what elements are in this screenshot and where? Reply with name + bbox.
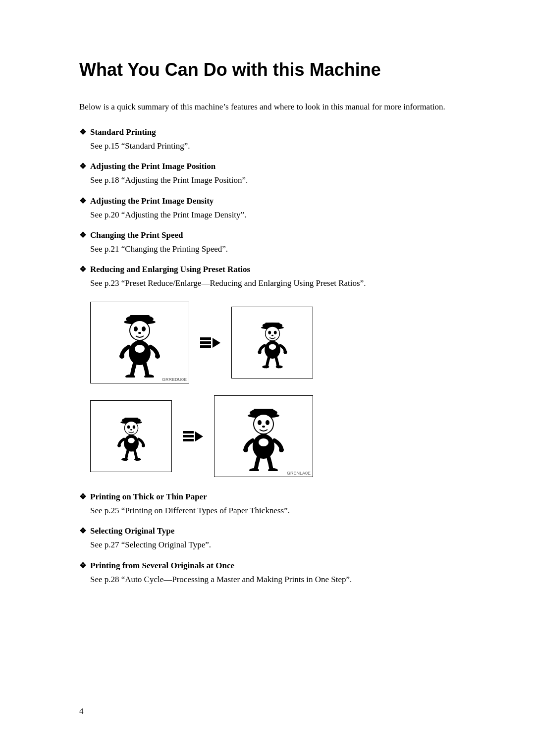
svg-point-22 bbox=[265, 341, 280, 359]
svg-point-53 bbox=[279, 447, 284, 452]
diamond-icon: ❖ bbox=[79, 265, 86, 274]
heading-text: Changing the Print Speed bbox=[90, 230, 183, 240]
character-large-svg bbox=[115, 308, 164, 378]
section-body-selecting-original: See p.27 “Selecting Original Type”. bbox=[90, 538, 456, 551]
enlarge-arrow bbox=[183, 431, 203, 441]
svg-point-52 bbox=[243, 447, 248, 452]
svg-point-51 bbox=[259, 438, 268, 446]
heading-text: Adjusting the Print Image Position bbox=[90, 162, 215, 171]
figure-label-top: GRREDU0E bbox=[162, 377, 187, 382]
svg-point-38 bbox=[117, 444, 121, 447]
section-adjust-image-density: ❖ Adjusting the Print Image Density See … bbox=[79, 196, 456, 221]
section-body-several-originals: See p.28 “Auto Cycle—Processing a Master… bbox=[90, 573, 456, 586]
figure-large-character-2: GRENLA0E bbox=[214, 395, 313, 477]
svg-point-26 bbox=[262, 366, 269, 369]
diamond-icon: ❖ bbox=[79, 196, 86, 206]
intro-paragraph: Below is a quick summary of this machine… bbox=[79, 100, 456, 113]
section-reducing-enlarging: ❖ Reducing and Enlarging Using Preset Ra… bbox=[79, 265, 456, 290]
section-heading-changing-print-speed: ❖ Changing the Print Speed bbox=[79, 230, 456, 240]
svg-point-18 bbox=[268, 331, 271, 334]
svg-point-23 bbox=[268, 344, 275, 350]
svg-point-9 bbox=[135, 345, 145, 353]
svg-point-11 bbox=[155, 354, 160, 359]
bar-lines-2 bbox=[183, 431, 194, 441]
heading-text: Selecting Original Type bbox=[90, 526, 174, 536]
svg-point-47 bbox=[266, 420, 269, 425]
svg-point-25 bbox=[283, 350, 287, 354]
figure-row-bottom: GRENLA0E bbox=[90, 395, 456, 477]
svg-point-34 bbox=[130, 429, 132, 431]
figure-small-character bbox=[231, 307, 313, 378]
figure-large-character: GRREDU0E bbox=[90, 302, 189, 383]
section-heading-thick-thin-paper: ❖ Printing on Thick or Thin Paper bbox=[79, 492, 456, 502]
page-number: 4 bbox=[79, 706, 84, 716]
svg-point-5 bbox=[142, 326, 146, 331]
svg-point-24 bbox=[258, 350, 261, 354]
arrow-head-icon-2 bbox=[195, 432, 203, 441]
svg-point-32 bbox=[127, 425, 129, 429]
svg-point-48 bbox=[262, 426, 265, 428]
svg-point-4 bbox=[134, 326, 138, 331]
svg-point-41 bbox=[134, 458, 141, 460]
section-body-changing-print-speed: See p.21 “Changing the Printing Speed”. bbox=[90, 242, 456, 256]
figure-row-top: GRREDU0E bbox=[90, 302, 456, 383]
diamond-icon: ❖ bbox=[79, 561, 86, 570]
diamond-icon: ❖ bbox=[79, 162, 86, 171]
section-thick-thin-paper: ❖ Printing on Thick or Thin Paper See p.… bbox=[79, 492, 456, 517]
character-small-svg bbox=[255, 317, 290, 369]
figure-label-bottom: GRENLA0E bbox=[287, 471, 311, 476]
svg-point-20 bbox=[271, 335, 273, 336]
svg-point-39 bbox=[142, 444, 145, 447]
section-body-adjust-image-position: See p.18 “Adjusting the Print Image Posi… bbox=[90, 173, 456, 187]
svg-point-33 bbox=[132, 425, 135, 429]
diamond-icon: ❖ bbox=[79, 492, 86, 501]
heading-text: Adjusting the Print Image Density bbox=[90, 196, 214, 206]
section-changing-print-speed: ❖ Changing the Print Speed See p.21 “Cha… bbox=[79, 230, 456, 256]
section-body-thick-thin-paper: See p.25 “Printing on Different Types of… bbox=[90, 504, 456, 517]
diamond-icon: ❖ bbox=[79, 230, 86, 240]
character-large-svg-2 bbox=[239, 402, 288, 471]
section-body-standard-printing: See p.15 “Standard Printing”. bbox=[90, 139, 456, 153]
illustrations-container: GRREDU0E bbox=[90, 302, 456, 480]
section-adjust-image-position: ❖ Adjusting the Print Image Position See… bbox=[79, 162, 456, 187]
heading-text: Printing from Several Originals at Once bbox=[90, 561, 234, 571]
arrow-head-icon bbox=[213, 338, 220, 348]
reduce-arrow bbox=[200, 337, 220, 348]
section-standard-printing: ❖ Standard Printing See p.15 “Standard P… bbox=[79, 127, 456, 153]
figure-small-character-2 bbox=[90, 400, 172, 472]
character-small-svg-2 bbox=[114, 412, 148, 461]
section-heading-reducing-enlarging: ❖ Reducing and Enlarging Using Preset Ra… bbox=[79, 265, 456, 274]
svg-point-10 bbox=[119, 354, 124, 359]
section-selecting-original: ❖ Selecting Original Type See p.27 “Sele… bbox=[79, 526, 456, 551]
section-several-originals: ❖ Printing from Several Originals at Onc… bbox=[79, 561, 456, 586]
section-heading-selecting-original: ❖ Selecting Original Type bbox=[79, 526, 456, 536]
section-heading-adjust-image-position: ❖ Adjusting the Print Image Position bbox=[79, 162, 456, 171]
heading-text: Standard Printing bbox=[90, 127, 156, 137]
diamond-icon: ❖ bbox=[79, 127, 86, 137]
section-body-reducing-enlarging: See p.23 “Preset Reduce/Enlarge—Reducing… bbox=[90, 276, 456, 290]
svg-point-19 bbox=[273, 331, 276, 334]
section-heading-standard-printing: ❖ Standard Printing bbox=[79, 127, 456, 137]
heading-text: Reducing and Enlarging Using Preset Rati… bbox=[90, 265, 250, 274]
page-content: What You Can Do with this Machine Below … bbox=[0, 0, 535, 756]
heading-text: Printing on Thick or Thin Paper bbox=[90, 492, 207, 502]
svg-point-46 bbox=[258, 420, 262, 425]
svg-point-27 bbox=[275, 366, 282, 369]
svg-point-40 bbox=[121, 458, 128, 460]
svg-point-37 bbox=[128, 437, 135, 443]
bar-lines bbox=[200, 337, 211, 348]
section-body-adjust-image-density: See p.20 “Adjusting the Print Image Dens… bbox=[90, 208, 456, 221]
page-title: What You Can Do with this Machine bbox=[79, 59, 456, 80]
section-heading-several-originals: ❖ Printing from Several Originals at Onc… bbox=[79, 561, 456, 571]
svg-point-6 bbox=[138, 332, 141, 334]
section-heading-adjust-image-density: ❖ Adjusting the Print Image Density bbox=[79, 196, 456, 206]
diamond-icon: ❖ bbox=[79, 526, 86, 536]
